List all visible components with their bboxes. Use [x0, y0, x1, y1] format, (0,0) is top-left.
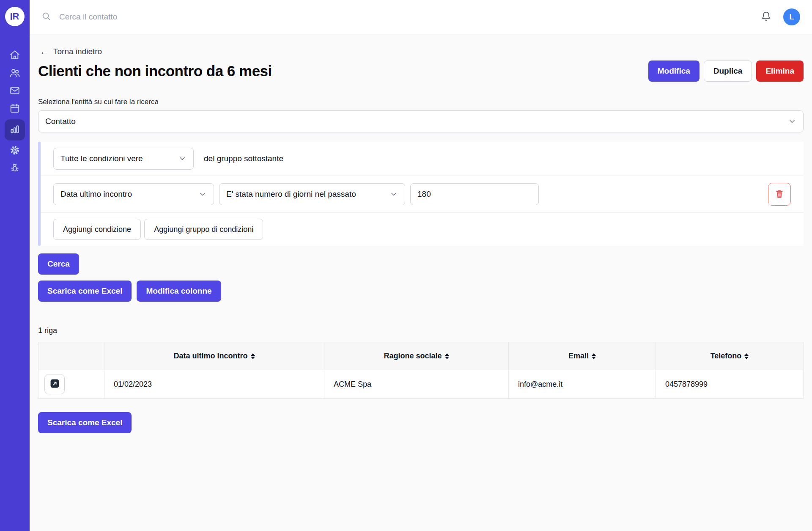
external-link-icon	[49, 378, 60, 390]
condition-row: Data ultimo incontro E' stata numero di …	[41, 176, 804, 213]
brand-initial: R	[13, 12, 19, 21]
duplica-button[interactable]: Duplica	[704, 61, 752, 82]
trash-icon	[774, 189, 785, 200]
table-row: 01/02/2023 ACME Spa info@acme.it 0457878…	[38, 370, 803, 398]
table-header-date[interactable]: Data ultimo incontro	[104, 342, 324, 370]
global-search	[41, 11, 761, 22]
users-icon	[9, 67, 20, 80]
group-suffix-text: del gruppo sottostante	[204, 154, 283, 163]
topbar: L	[30, 0, 812, 34]
cell-actions	[38, 370, 104, 398]
sidebar: R	[0, 0, 30, 531]
condition-operator-select[interactable]: E' stata numero di giorni nel passato	[219, 183, 405, 205]
avatar[interactable]: L	[783, 8, 800, 25]
calendar-icon	[9, 103, 20, 116]
table-header-company[interactable]: Ragione sociale	[324, 342, 509, 370]
results-table: Data ultimo incontro Ragione sociale Ema…	[38, 342, 804, 399]
sort-icon	[592, 353, 596, 359]
home-icon	[9, 50, 20, 62]
search-input[interactable]	[58, 12, 761, 22]
add-condition-group-button[interactable]: Aggiungi gruppo di condizioni	[144, 219, 263, 240]
cerca-button[interactable]: Cerca	[38, 253, 79, 275]
sidebar-item-bug[interactable]	[5, 161, 25, 176]
chevron-down-icon	[198, 190, 207, 198]
table-header-phone[interactable]: Telefono	[656, 342, 803, 370]
entity-select[interactable]: Contatto	[38, 110, 804, 132]
bell-icon	[761, 11, 771, 23]
results-section: 1 riga Data ultimo incontro Ragione soci…	[38, 326, 804, 433]
condition-value-input[interactable]	[410, 183, 539, 205]
sidebar-item-home[interactable]	[5, 48, 25, 63]
modifica-button[interactable]: Modifica	[648, 61, 700, 82]
sort-icon	[251, 353, 255, 359]
elimina-button[interactable]: Elimina	[756, 61, 804, 82]
sort-icon	[744, 353, 749, 359]
chevron-down-icon	[788, 117, 796, 126]
sidebar-item-mail[interactable]	[5, 84, 25, 99]
sort-icon	[445, 353, 449, 359]
cell-company: ACME Spa	[324, 370, 509, 398]
page-header: Clienti che non incontro da 6 mesi Modif…	[38, 61, 804, 82]
back-link[interactable]: ← Torna indietro	[40, 47, 102, 56]
main-content: ← Torna indietro Clienti che non incontr…	[30, 34, 812, 531]
brand-logo-icon: R	[11, 12, 19, 21]
condition-group-body: Tutte le condizioni vere del gruppo sott…	[41, 142, 804, 246]
download-excel-button[interactable]: Scarica come Excel	[38, 281, 132, 302]
match-type-value: Tutte le condizioni vere	[60, 154, 143, 163]
topbar-right: L	[761, 8, 800, 25]
edit-columns-button[interactable]: Modifica colonne	[137, 281, 221, 302]
sidebar-item-reports[interactable]	[5, 119, 25, 140]
group-match-row: Tutte le condizioni vere del gruppo sott…	[41, 142, 804, 176]
delete-condition-button[interactable]	[768, 183, 791, 206]
entity-section: Seleziona l'entità su cui fare la ricerc…	[38, 98, 804, 132]
cell-phone: 0457878999	[656, 370, 803, 398]
back-label: Torna indietro	[53, 47, 102, 56]
gear-icon	[9, 145, 20, 157]
search-icon	[41, 11, 51, 22]
cell-email: info@acme.it	[509, 370, 656, 398]
download-excel-bottom-button[interactable]: Scarica come Excel	[38, 412, 132, 433]
condition-field-select[interactable]: Data ultimo incontro	[53, 183, 214, 205]
add-condition-button[interactable]: Aggiungi condizione	[53, 219, 141, 240]
export-actions: Scarica come Excel Modifica colonne	[38, 281, 804, 302]
mail-icon	[9, 85, 20, 98]
sidebar-item-contacts[interactable]	[5, 66, 25, 81]
table-header-row: Data ultimo incontro Ragione sociale Ema…	[38, 342, 803, 370]
row-count: 1 riga	[38, 326, 804, 335]
header-actions: Modifica Duplica Elimina	[648, 61, 804, 82]
condition-operator-value: E' stata numero di giorni nel passato	[226, 190, 356, 199]
bug-icon	[9, 162, 20, 175]
condition-group: Tutte le condizioni vere del gruppo sott…	[38, 142, 804, 246]
match-type-select[interactable]: Tutte le condizioni vere	[53, 148, 194, 170]
page-title: Clienti che non incontro da 6 mesi	[38, 63, 272, 80]
back-arrow-icon: ←	[40, 47, 49, 56]
chevron-down-icon	[390, 190, 398, 198]
sidebar-nav	[5, 48, 25, 176]
entity-select-value: Contatto	[45, 117, 76, 126]
group-add-row: Aggiungi condizione Aggiungi gruppo di c…	[41, 213, 804, 246]
table-header-actions	[38, 342, 104, 370]
avatar-initial: L	[790, 13, 794, 22]
sidebar-item-settings[interactable]	[5, 143, 25, 158]
bar-chart-icon	[9, 124, 20, 136]
sidebar-item-calendar[interactable]	[5, 102, 25, 116]
brand-logo[interactable]: R	[5, 7, 25, 26]
chevron-down-icon	[178, 154, 187, 163]
table-header-email[interactable]: Email	[509, 342, 656, 370]
cell-date: 01/02/2023	[104, 370, 324, 398]
condition-field-value: Data ultimo incontro	[60, 190, 132, 199]
notifications-button[interactable]	[761, 11, 771, 23]
entity-label: Seleziona l'entità su cui fare la ricerc…	[38, 98, 804, 106]
open-record-button[interactable]	[44, 374, 65, 394]
